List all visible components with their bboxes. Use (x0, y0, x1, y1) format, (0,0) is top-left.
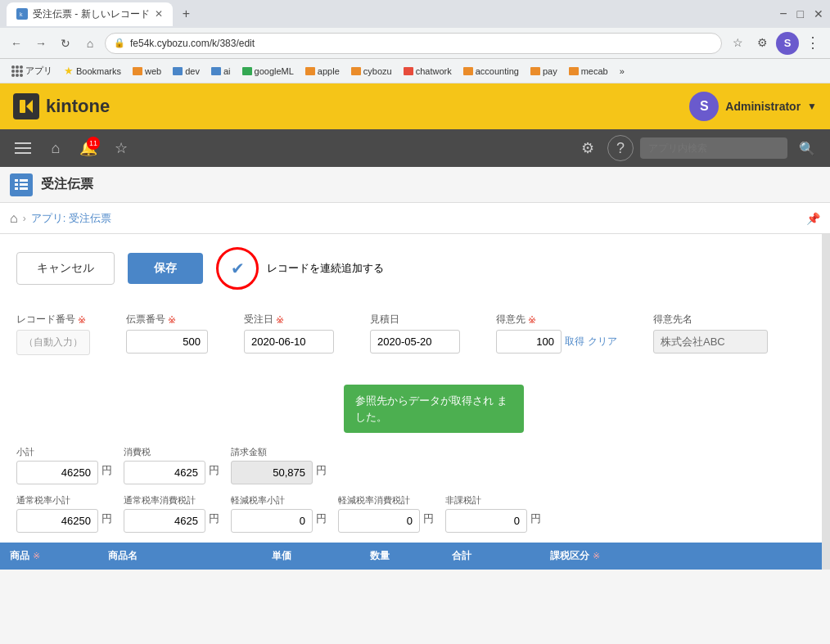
bookmark-chatwork[interactable]: chatwork (399, 64, 457, 79)
tax-label: 消費税 (124, 446, 219, 458)
bookmark-label: mecab (581, 66, 608, 76)
clear-button[interactable]: クリア (588, 335, 617, 349)
bookmark-label: cybozu (363, 66, 392, 76)
close-button[interactable]: ✕ (814, 7, 823, 20)
add-record-circle-button[interactable]: ✔ (216, 247, 259, 290)
menu-icon[interactable]: ⋮ (802, 32, 823, 53)
required-mark: ※ (168, 314, 176, 326)
record-no-label: レコード番号 ※ (16, 313, 90, 327)
settings-gear-icon[interactable]: ⚙ (575, 135, 601, 161)
bookmark-star-icon[interactable]: ☆ (727, 32, 748, 53)
forward-button[interactable]: → (31, 34, 51, 53)
search-button[interactable]: 🔍 (794, 135, 820, 161)
exempt-label: 非課税計 (445, 494, 541, 507)
bookmark-more[interactable]: » (615, 64, 629, 79)
reduced-subtotal-input (231, 509, 313, 533)
add-record-label: レコードを連続追加する (267, 261, 384, 276)
th-unit-price: 単価 (272, 549, 370, 563)
cancel-button[interactable]: キャンセル (16, 252, 115, 285)
slip-no-input[interactable] (126, 330, 208, 354)
breadcrumb-home-icon[interactable]: ⌂ (10, 211, 18, 226)
minimize-button[interactable]: − (779, 7, 787, 21)
bookmark-mecab[interactable]: mecab (564, 64, 613, 79)
order-date-input[interactable] (244, 330, 334, 354)
svg-rect-8 (20, 183, 28, 186)
breadcrumb-app-link[interactable]: アプリ: 受注伝票 (31, 211, 111, 226)
order-date-label: 受注日 ※ (244, 313, 334, 327)
bookmark-dev[interactable]: dev (168, 64, 205, 79)
logo-icon (13, 93, 39, 119)
form-container: キャンセル 保存 ✔ レコードを連続追加する レコード番号 ※ （自 (0, 234, 830, 570)
field-estimate-date: 見積日 (370, 313, 460, 354)
checkmark-icon: ✔ (231, 259, 245, 278)
estimate-date-input[interactable] (370, 330, 460, 354)
notification-badge: 11 (87, 137, 100, 150)
customer-no-label: 得意先 ※ (496, 313, 617, 327)
main-form-content: キャンセル 保存 ✔ レコードを連続追加する レコード番号 ※ （自 (0, 234, 830, 570)
folder-icon (569, 67, 579, 75)
refresh-button[interactable]: ↻ (56, 34, 75, 53)
maximize-button[interactable]: □ (797, 7, 804, 20)
address-bar[interactable]: 🔒 fe54k.cybozu.com/k/383/edit (105, 33, 722, 54)
browser-titlebar: k 受注伝票 - 新しいレコード ✕ + − □ ✕ (0, 0, 830, 28)
home-button[interactable]: ⌂ (80, 34, 100, 53)
hamburger-menu-button[interactable] (10, 137, 36, 159)
app-search-input[interactable] (640, 137, 787, 159)
estimate-date-label: 見積日 (370, 313, 460, 327)
lock-icon: 🔒 (114, 38, 125, 48)
folder-icon (242, 67, 252, 75)
bookmark-accounting[interactable]: accounting (458, 64, 524, 79)
home-nav-icon[interactable]: ⌂ (43, 135, 69, 161)
back-button[interactable]: ← (7, 34, 26, 53)
th-quantity: 数量 (370, 549, 452, 563)
browser-toolbar: ← → ↻ ⌂ 🔒 fe54k.cybozu.com/k/383/edit ☆ … (0, 28, 830, 59)
kintone-app: kintone S Administrator ▼ ⌂ 🔔 11 ☆ ⚙ ? 🔍 (0, 83, 830, 570)
user-avatar: S (689, 92, 719, 121)
tab-title: 受注伝票 - 新しいレコード (33, 7, 150, 21)
th-tax-class-mark: ※ (593, 551, 600, 561)
favorites-star-icon[interactable]: ☆ (108, 135, 134, 161)
exempt-unit: 円 (530, 511, 541, 526)
scrollbar[interactable] (822, 234, 830, 570)
chevron-down-icon[interactable]: ▼ (807, 101, 817, 112)
reduced-subtotal-label: 軽減税率小計 (231, 494, 327, 507)
new-tab-button[interactable]: + (179, 3, 193, 25)
tax-group: 消費税 円 (124, 446, 219, 484)
customer-name-input (653, 330, 768, 354)
save-button[interactable]: 保存 (128, 253, 203, 284)
bookmark-googleml[interactable]: googleML (237, 64, 299, 79)
app-title: 受注伝票 (41, 176, 93, 193)
notification-bell-icon[interactable]: 🔔 11 (75, 135, 101, 161)
get-button[interactable]: 取得 (565, 335, 584, 349)
reduced-subtotal-group: 軽減税率小計 円 (231, 494, 327, 533)
bookmark-cybozu[interactable]: cybozu (346, 64, 397, 79)
kintone-header: kintone S Administrator ▼ (0, 83, 830, 129)
extensions-icon[interactable]: ⚙ (751, 32, 773, 53)
fields-row-1: レコード番号 ※ （自動入力） 伝票番号 ※ 受注日 (16, 313, 814, 372)
totals-row: 小計 円 消費税 円 請求金額 (16, 446, 814, 484)
pin-icon[interactable]: 📌 (806, 212, 820, 225)
reduced-tax-unit: 円 (423, 511, 434, 526)
svg-rect-5 (15, 179, 18, 182)
bookmark-ai[interactable]: ai (206, 64, 236, 79)
customer-no-input[interactable] (496, 330, 562, 354)
apps-shortcut[interactable]: アプリ (7, 62, 57, 79)
bookmark-pay[interactable]: pay (526, 64, 562, 79)
bookmark-bookmarks[interactable]: ★ Bookmarks (59, 62, 126, 79)
browser-tab[interactable]: k 受注伝票 - 新しいレコード ✕ (7, 2, 173, 26)
invoice-input (231, 461, 313, 484)
field-order-date: 受注日 ※ (244, 313, 334, 354)
bookmark-web[interactable]: web (128, 64, 166, 79)
th-product-mark: ※ (33, 551, 40, 561)
tax-input (124, 461, 205, 484)
add-record-area: ✔ レコードを連続追加する (216, 247, 384, 290)
svg-rect-7 (15, 183, 18, 186)
normal-tax-label: 通常税率消費税計 (124, 494, 219, 507)
bookmark-apple[interactable]: apple (300, 64, 345, 79)
help-icon[interactable]: ? (607, 135, 634, 161)
folder-icon (211, 67, 221, 75)
tab-close-icon[interactable]: ✕ (155, 8, 163, 20)
folder-icon (305, 67, 315, 75)
th-tax-class: 課税区分 ※ (550, 549, 820, 563)
profile-avatar[interactable]: S (776, 32, 799, 55)
